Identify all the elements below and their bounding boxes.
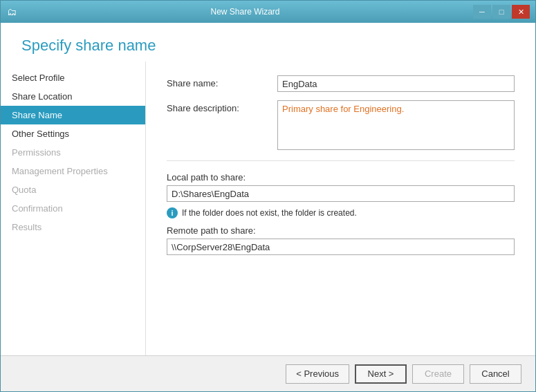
close-button[interactable]: ✕	[512, 5, 530, 19]
info-message: If the folder does not exist, the folder…	[182, 208, 357, 218]
share-name-input[interactable]	[277, 75, 515, 92]
sidebar-item-share-name[interactable]: Share Name	[1, 106, 145, 124]
local-path-label: Local path to share:	[167, 172, 515, 183]
window-title: New Share Wizard	[17, 7, 473, 17]
sidebar-item-share-location[interactable]: Share Location	[1, 87, 145, 106]
local-path-input[interactable]	[167, 185, 515, 202]
share-name-label: Share name:	[167, 75, 277, 88]
share-name-row: Share name:	[167, 75, 515, 92]
maximize-button[interactable]: □	[492, 5, 510, 19]
share-name-field-container	[277, 75, 515, 92]
main-body: Select Profile Share Location Share Name…	[1, 62, 535, 355]
wizard-window: 🗂 New Share Wizard ─ □ ✕ Specify share n…	[0, 0, 536, 392]
sidebar-item-select-profile[interactable]: Select Profile	[1, 68, 145, 87]
cancel-button[interactable]: Cancel	[470, 364, 521, 384]
info-icon: i	[167, 207, 178, 218]
next-button[interactable]: Next >	[355, 364, 407, 384]
previous-button[interactable]: < Previous	[286, 364, 349, 384]
minimize-button[interactable]: ─	[473, 5, 491, 19]
share-description-field-container	[277, 100, 515, 152]
footer: < Previous Next > Create Cancel	[1, 355, 535, 391]
sidebar-item-management-properties: Management Properties	[1, 162, 145, 180]
form-panel: Share name: Share description: Local pat…	[146, 62, 535, 355]
divider	[167, 160, 515, 161]
sidebar-item-other-settings[interactable]: Other Settings	[1, 124, 145, 143]
sidebar: Select Profile Share Location Share Name…	[1, 62, 146, 355]
sidebar-item-permissions: Permissions	[1, 143, 145, 162]
page-header: Specify share name	[1, 23, 535, 62]
create-button[interactable]: Create	[412, 364, 464, 384]
sidebar-item-confirmation: Confirmation	[1, 199, 145, 218]
remote-path-label: Remote path to share:	[167, 225, 515, 236]
share-description-input[interactable]	[277, 100, 515, 150]
share-description-row: Share description:	[167, 100, 515, 152]
content-area: Specify share name Select Profile Share …	[1, 23, 535, 391]
sidebar-item-results: Results	[1, 218, 145, 236]
remote-path-input[interactable]	[167, 239, 515, 255]
title-bar: 🗂 New Share Wizard ─ □ ✕	[1, 1, 535, 23]
window-icon: 🗂	[6, 6, 17, 17]
page-title: Specify share name	[21, 37, 515, 55]
share-description-label: Share description:	[167, 100, 277, 113]
title-bar-controls: ─ □ ✕	[473, 5, 530, 19]
sidebar-item-quota: Quota	[1, 180, 145, 199]
info-row: i If the folder does not exist, the fold…	[167, 207, 515, 218]
